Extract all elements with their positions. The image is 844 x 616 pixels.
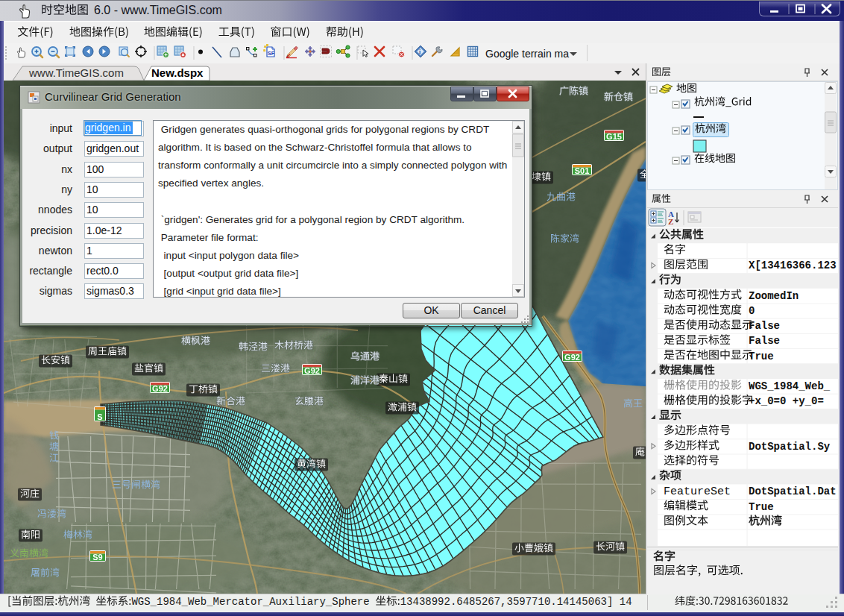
svg-text:S01: S01 (575, 166, 590, 175)
svg-text:G15: G15 (606, 132, 622, 141)
svg-text:Z: Z (668, 217, 673, 226)
svg-text:13438992.6485267,3597710.14145: 13438992.6485267,3597710.14145063] 14 (400, 596, 632, 608)
svg-text:G92: G92 (564, 353, 580, 362)
svg-text:SF: SF (268, 51, 275, 56)
svg-text:G92: G92 (304, 366, 320, 375)
svg-text:S: S (97, 412, 102, 421)
svg-text:S9: S9 (92, 553, 102, 562)
svg-text:G92: G92 (152, 384, 168, 393)
svg-text:WGS_1984_Web_Mercator_Auxiliar: WGS_1984_Web_Mercator_Auxiliary_Sphere (131, 596, 369, 608)
